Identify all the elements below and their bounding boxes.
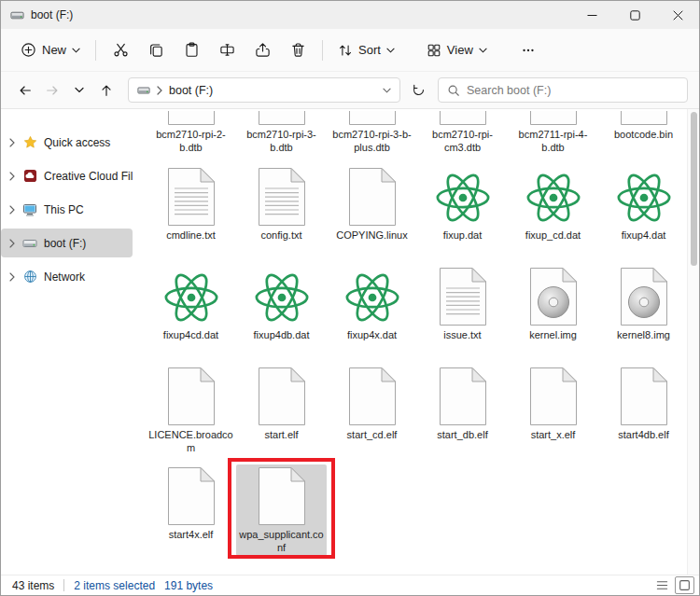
- file-item[interactable]: fixup4db.dat: [236, 265, 327, 356]
- more-options-button[interactable]: [511, 35, 546, 65]
- file-icon: [348, 365, 397, 426]
- file-item[interactable]: start.elf: [236, 365, 327, 456]
- paste-icon: [184, 42, 200, 58]
- toolbar-divider: [95, 40, 96, 61]
- chevron-down-icon[interactable]: [383, 88, 391, 93]
- computer-icon: [21, 202, 38, 217]
- file-label: LICENCE.broadcom: [147, 429, 234, 454]
- disc-image-icon: [529, 265, 578, 326]
- file-label: fixup4x.dat: [347, 329, 397, 342]
- back-button[interactable]: [12, 77, 37, 103]
- address-bar[interactable]: boot (F:): [128, 77, 400, 103]
- file-item[interactable]: fixup4.dat: [598, 165, 689, 256]
- file-item[interactable]: kernel.img: [508, 265, 598, 356]
- navigation-pane: Quick accessCreative Cloud FilesThis PCb…: [1, 109, 134, 575]
- recent-locations-button[interactable]: [66, 77, 91, 103]
- breadcrumb[interactable]: boot (F:): [169, 84, 376, 97]
- atom-icon: [525, 165, 582, 227]
- new-button-label: New: [42, 43, 66, 57]
- file-icon: [620, 365, 668, 426]
- file-label: kernel8.img: [617, 329, 670, 342]
- vertical-scrollbar[interactable]: [687, 109, 699, 575]
- file-item[interactable]: start4db.elf: [598, 365, 689, 456]
- sidebar-item-creative-cloud-files[interactable]: Creative Cloud Files: [1, 161, 133, 190]
- sidebar-item-label: boot (F:): [44, 237, 86, 250]
- search-input[interactable]: [467, 84, 679, 97]
- plus-circle-icon: [21, 42, 36, 58]
- details-view-button[interactable]: [652, 576, 672, 594]
- maximize-button[interactable]: [613, 1, 656, 29]
- file-item[interactable]: wpa_supplicant.conf: [236, 464, 327, 556]
- file-item[interactable]: bcm2711-rpi-4-b.dtb: [508, 111, 598, 154]
- file-item[interactable]: fixup4cd.dat: [146, 265, 236, 356]
- file-label: bcm2710-rpi-3-b.dtb: [238, 129, 325, 154]
- rename-button[interactable]: [209, 35, 245, 65]
- file-item[interactable]: fixup4x.dat: [327, 265, 417, 356]
- file-label: wpa_supplicant.conf: [238, 529, 325, 554]
- file-item[interactable]: bcm2710-rpi-3-b-plus.dtb: [327, 111, 417, 154]
- file-item[interactable]: fixup_cd.dat: [508, 165, 598, 256]
- close-button[interactable]: [656, 1, 699, 29]
- drive-icon: [10, 8, 24, 22]
- up-button[interactable]: [93, 77, 119, 103]
- file-item[interactable]: fixup.dat: [417, 165, 508, 256]
- file-item[interactable]: bcm2710-rpi-cm3.dtb: [417, 111, 508, 154]
- file-item[interactable]: start_cd.elf: [327, 365, 417, 456]
- atom-icon: [253, 265, 311, 326]
- paste-button[interactable]: [174, 35, 209, 65]
- sidebar-item-this-pc[interactable]: This PC: [1, 195, 133, 224]
- file-icon: [620, 111, 668, 126]
- command-bar: New Sort View: [1, 29, 699, 72]
- file-item[interactable]: bcm2710-rpi-2-b.dtb: [146, 111, 236, 154]
- file-item[interactable]: COPYING.linux: [327, 165, 417, 256]
- chevron-right-icon: [157, 86, 162, 95]
- file-item[interactable]: bootcode.bin: [598, 111, 689, 154]
- ellipsis-icon: [521, 43, 536, 58]
- file-icon: [439, 365, 487, 426]
- chevron-right-icon[interactable]: [5, 205, 20, 215]
- cut-button[interactable]: [103, 35, 138, 65]
- share-button[interactable]: [245, 35, 280, 65]
- chevron-right-icon[interactable]: [5, 172, 20, 181]
- file-item[interactable]: LICENCE.broadcom: [146, 365, 236, 456]
- file-label: start4db.elf: [618, 429, 668, 442]
- view-button[interactable]: View: [418, 37, 496, 63]
- file-icon: [348, 111, 397, 126]
- file-item[interactable]: start4x.elf: [146, 464, 236, 556]
- minimize-button[interactable]: [570, 1, 613, 29]
- file-item[interactable]: kernel8.img: [598, 265, 689, 356]
- file-label: start_x.elf: [531, 429, 576, 442]
- sidebar-item-label: Network: [44, 270, 85, 284]
- file-label: issue.txt: [443, 329, 481, 342]
- file-item[interactable]: bcm2710-rpi-3-b.dtb: [236, 111, 327, 154]
- selection-size: 191 bytes: [164, 579, 213, 592]
- text-document-icon: [439, 265, 487, 326]
- sort-button[interactable]: Sort: [329, 37, 403, 63]
- chevron-right-icon[interactable]: [5, 239, 20, 248]
- delete-button[interactable]: [280, 35, 315, 65]
- text-document-icon: [258, 165, 306, 227]
- file-label: bootcode.bin: [614, 129, 673, 142]
- refresh-button[interactable]: [406, 77, 431, 103]
- large-icons-view-button[interactable]: [675, 576, 694, 594]
- text-document-icon: [167, 165, 216, 227]
- file-label: bcm2710-rpi-2-b.dtb: [147, 129, 234, 154]
- sidebar-item-boot-f[interactable]: boot (F:): [1, 229, 133, 257]
- file-item[interactable]: issue.txt: [417, 265, 508, 356]
- file-item[interactable]: config.txt: [236, 165, 327, 256]
- view-button-label: View: [447, 43, 473, 57]
- file-item[interactable]: cmdline.txt: [146, 165, 236, 256]
- forward-button[interactable]: [39, 77, 64, 103]
- sidebar-item-network[interactable]: Network: [1, 262, 133, 291]
- file-item[interactable]: start_x.elf: [508, 365, 598, 456]
- copy-button[interactable]: [138, 35, 174, 65]
- status-bar: 43 items 2 items selected 191 bytes: [1, 575, 699, 595]
- file-icon: [258, 365, 306, 426]
- sidebar-item-quick-access[interactable]: Quick access: [1, 128, 133, 157]
- file-item[interactable]: start_db.elf: [417, 365, 508, 456]
- chevron-right-icon[interactable]: [5, 138, 20, 147]
- chevron-right-icon[interactable]: [5, 272, 20, 282]
- scrollbar-thumb[interactable]: [691, 112, 697, 266]
- disc-image-icon: [620, 265, 668, 326]
- new-button[interactable]: New: [12, 36, 89, 63]
